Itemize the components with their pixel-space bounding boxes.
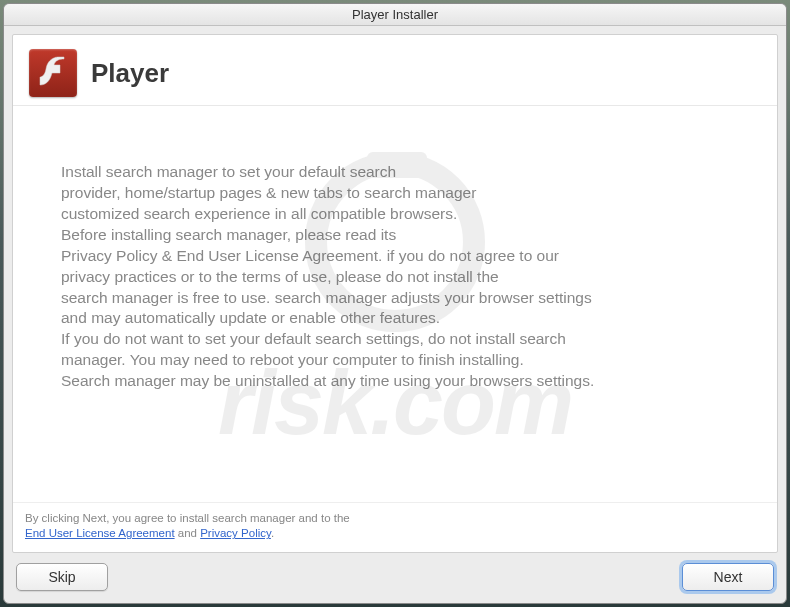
eula-link[interactable]: End User License Agreement: [25, 527, 175, 539]
next-button[interactable]: Next: [682, 563, 774, 591]
footer-and: and: [175, 527, 201, 539]
window-title: Player Installer: [352, 7, 438, 22]
button-row: Skip Next: [4, 553, 786, 603]
footer-text: By clicking Next, you agree to install s…: [13, 502, 777, 552]
privacy-link[interactable]: Privacy Policy: [200, 527, 271, 539]
content-area: Player Install search manager to set you…: [12, 34, 778, 553]
skip-button[interactable]: Skip: [16, 563, 108, 591]
body-text: Install search manager to set your defau…: [13, 106, 777, 502]
footer-prefix: By clicking Next, you agree to install s…: [25, 512, 350, 524]
header: Player: [13, 35, 777, 106]
app-title: Player: [91, 58, 169, 89]
titlebar: Player Installer: [4, 4, 786, 26]
flash-icon: [29, 49, 77, 97]
footer-suffix: .: [271, 527, 274, 539]
installer-window: Player Installer Player Install search m…: [3, 3, 787, 604]
body-text-content: Install search manager to set your defau…: [61, 163, 594, 389]
